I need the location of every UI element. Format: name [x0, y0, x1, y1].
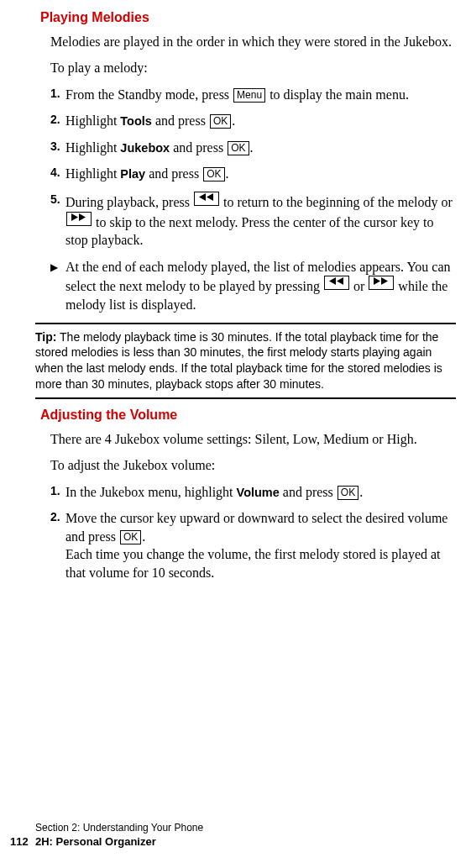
text: to skip to the next melody. Press the ce… [65, 215, 433, 248]
note-text: At the end of each melody played, the li… [65, 258, 456, 314]
bold-tools: Tools [120, 114, 152, 128]
step-text: Highlight Tools and press OK. [65, 112, 456, 130]
step-number: 2. [50, 509, 65, 581]
footer-line1: Section 2: Understanding Your Phone [35, 821, 203, 834]
svg-marker-3 [79, 213, 86, 221]
tip-text: The melody playback time is 30 minutes. … [35, 330, 442, 392]
text: From the Standby mode, press [65, 87, 233, 102]
note-bullet: ▶ At the end of each melody played, the … [50, 258, 456, 314]
step-number: 5. [50, 192, 65, 250]
step-1: 1. In the Jukebox menu, highlight Volume… [50, 483, 456, 502]
text: to display the main menu. [266, 87, 409, 102]
text: . [226, 166, 229, 181]
rewind-key-icon [194, 192, 219, 206]
step-4: 4. Highlight Play and press OK. [50, 165, 456, 183]
step-2: 2. Move the cursor key upward or downwar… [50, 509, 456, 581]
footer-line2: 2H: Personal Organizer [35, 834, 203, 850]
step-text: Highlight Play and press OK. [65, 165, 456, 183]
step-text: From the Standby mode, press Menu to dis… [65, 86, 456, 104]
text: . [142, 529, 145, 544]
svg-marker-2 [71, 213, 78, 221]
text: Each time you change the volume, the fir… [65, 547, 441, 580]
step-1: 1. From the Standby mode, press Menu to … [50, 86, 456, 104]
bold-volume: Volume [237, 486, 280, 499]
divider [35, 397, 456, 399]
para-to-play: To play a melody: [50, 60, 456, 77]
para-intro: Melodies are played in the order in whic… [50, 34, 456, 51]
section2-body: There are 4 Jukebox volume settings: Sil… [50, 431, 456, 582]
para-to-adjust: To adjust the Jukebox volume: [50, 457, 456, 475]
page: Playing Melodies Melodies are played in … [0, 0, 471, 868]
svg-marker-7 [381, 277, 388, 285]
text: or [350, 279, 368, 293]
text: Highlight [65, 113, 120, 128]
step-5: 5. During playback, press to return to t… [50, 192, 456, 250]
triangle-bullet-icon: ▶ [50, 258, 65, 314]
text: and press [152, 113, 209, 128]
step-number: 3. [50, 139, 65, 157]
step-number: 4. [50, 165, 65, 183]
rewind-key-icon [324, 276, 349, 290]
section1-body: Melodies are played in the order in whic… [50, 34, 456, 314]
svg-marker-6 [374, 277, 380, 285]
text: During playback, press [65, 195, 193, 209]
ok-key-icon: OK [338, 486, 358, 500]
page-number: 112 [10, 834, 29, 850]
step-2: 2. Highlight Tools and press OK. [50, 112, 456, 130]
step-number: 1. [50, 483, 65, 502]
text: and press [280, 485, 337, 499]
step-number: 2. [50, 112, 65, 130]
text: and press [170, 140, 227, 155]
ok-key-icon: OK [210, 114, 231, 129]
svg-marker-0 [199, 193, 206, 201]
forward-key-icon [369, 276, 394, 290]
step-text: In the Jukebox menu, highlight Volume an… [65, 483, 456, 502]
tip-block: Tip: The melody playback time is 30 minu… [35, 329, 453, 393]
step-number: 1. [50, 86, 65, 104]
step-text: Highlight Jukebox and press OK. [65, 139, 456, 157]
heading-adjusting-volume: Adjusting the Volume [40, 408, 456, 423]
text: . [250, 140, 254, 155]
tip-label: Tip: [35, 330, 56, 344]
step-text: Move the cursor key upward or downward t… [65, 509, 456, 581]
forward-key-icon [66, 212, 92, 226]
svg-marker-4 [329, 277, 336, 285]
heading-playing-melodies: Playing Melodies [40, 10, 456, 25]
menu-key-icon: Menu [233, 88, 265, 103]
text: In the Jukebox menu, highlight [65, 485, 237, 499]
ok-key-icon: OK [120, 530, 141, 544]
bold-play: Play [120, 167, 145, 181]
text: Highlight [65, 166, 120, 181]
text: . [359, 485, 363, 499]
text: to return to the beginning of the melody… [220, 195, 453, 209]
footer: 112 Section 2: Understanding Your Phone … [35, 821, 203, 850]
step-text: During playback, press to return to the … [65, 192, 456, 250]
svg-marker-1 [207, 193, 213, 201]
text: . [232, 113, 235, 128]
step-3: 3. Highlight Jukebox and press OK. [50, 139, 456, 157]
divider [35, 323, 456, 324]
ok-key-icon: OK [203, 167, 224, 181]
ok-key-icon: OK [228, 141, 249, 155]
svg-marker-5 [337, 277, 343, 285]
text: and press [145, 166, 202, 181]
para-volume-intro: There are 4 Jukebox volume settings: Sil… [50, 431, 456, 449]
bold-jukebox: Jukebox [120, 141, 170, 155]
text: Highlight [65, 140, 120, 155]
